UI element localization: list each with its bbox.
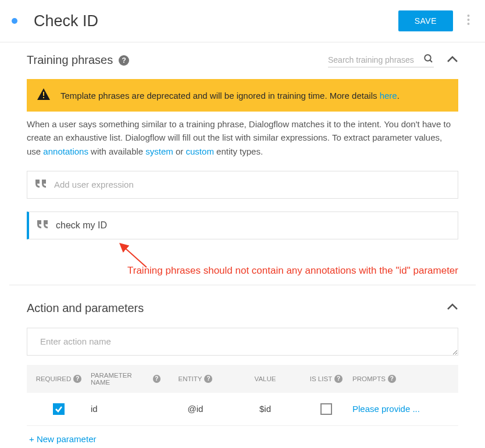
is-list-checkbox[interactable]	[320, 403, 332, 415]
action-name-box	[27, 328, 458, 356]
param-entity-cell[interactable]: @id	[161, 404, 230, 414]
parameter-row[interactable]: id @id $id Please provide ...	[27, 393, 458, 426]
svg-point-1	[468, 19, 470, 21]
help-icon[interactable]: ?	[204, 375, 212, 383]
search-training-input[interactable]	[328, 53, 421, 67]
training-phrases-heading: Training phrases	[27, 53, 113, 67]
quote-icon	[37, 220, 49, 231]
svg-point-2	[468, 23, 470, 25]
annotations-link[interactable]: annotations	[43, 146, 88, 156]
training-phrase-row[interactable]: check my ID	[27, 212, 458, 239]
svg-line-9	[124, 248, 147, 267]
header-prompts: PROMPTS?	[352, 372, 440, 386]
header-required: REQUIRED?	[27, 372, 91, 386]
svg-point-3	[425, 55, 431, 61]
search-training-wrap	[328, 53, 434, 67]
new-parameter-button[interactable]: + New parameter	[27, 426, 458, 448]
action-name-input[interactable]	[40, 336, 445, 346]
svg-rect-6	[43, 92, 44, 96]
add-phrase-row	[27, 171, 458, 199]
search-icon[interactable]	[423, 53, 434, 66]
collapse-training-icon[interactable]	[447, 55, 458, 66]
param-value-cell[interactable]: $id	[230, 404, 300, 414]
training-description: When a user says something similar to a …	[27, 117, 458, 158]
desc-text-4: entity types.	[214, 146, 263, 156]
warning-icon	[37, 88, 50, 102]
help-icon[interactable]: ?	[73, 375, 81, 383]
svg-line-4	[430, 60, 432, 62]
desc-text-3: or	[173, 146, 186, 156]
help-icon[interactable]: ?	[153, 375, 161, 383]
system-link[interactable]: system	[145, 146, 173, 156]
training-phrase-text: check my ID	[56, 220, 107, 231]
section-divider	[9, 285, 476, 285]
page-title: Check ID	[34, 12, 398, 30]
help-icon[interactable]: ?	[388, 375, 396, 383]
help-icon[interactable]: ?	[334, 375, 343, 383]
annotation-callout: Training phrases should not contain any …	[27, 252, 458, 285]
add-phrase-input[interactable]	[54, 180, 450, 189]
deprecation-warning: Template phrases are deprecated and will…	[27, 79, 458, 112]
prompt-link[interactable]: Please provide ...	[352, 403, 420, 415]
required-checkbox[interactable]	[53, 403, 65, 415]
svg-point-0	[468, 15, 470, 17]
action-parameters-heading: Action and parameters	[27, 302, 144, 315]
quote-icon	[35, 180, 47, 190]
annotation-text: Training phrases should not contain any …	[127, 265, 458, 277]
help-icon[interactable]: ?	[119, 55, 129, 66]
parameters-table: REQUIRED? PARAMETER NAME? ENTITY? VALUE …	[27, 365, 458, 448]
desc-text-2: with available	[88, 146, 145, 156]
header-is-list: IS LIST?	[300, 372, 352, 386]
save-button[interactable]: SAVE	[398, 10, 453, 31]
header-param-name: PARAMETER NAME?	[91, 372, 161, 386]
param-name-cell[interactable]: id	[91, 404, 161, 414]
header-value: VALUE	[230, 372, 300, 386]
header-entity: ENTITY?	[161, 372, 230, 386]
warning-message: Template phrases are deprecated and will…	[60, 91, 380, 101]
custom-link[interactable]: custom	[186, 146, 214, 156]
parameters-header-row: REQUIRED? PARAMETER NAME? ENTITY? VALUE …	[27, 365, 458, 393]
more-menu-icon[interactable]	[463, 12, 473, 31]
collapse-action-icon[interactable]	[447, 303, 458, 313]
svg-rect-7	[43, 97, 44, 98]
warning-details-link[interactable]: here	[380, 91, 397, 101]
warning-text: Template phrases are deprecated and will…	[60, 91, 400, 101]
status-dot	[12, 18, 17, 24]
